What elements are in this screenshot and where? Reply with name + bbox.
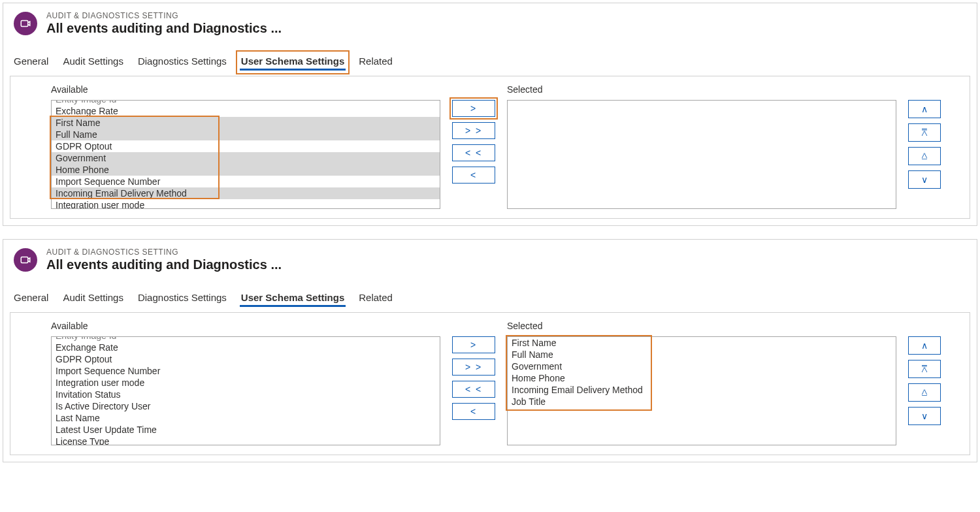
tab-bar: General Audit Settings Diagnostics Setti… — [3, 46, 977, 71]
breadcrumb: AUDIT & DIAGNOSTICS SETTING — [46, 248, 282, 257]
picker-frame: Available Entity Image IdExchange RateGD… — [10, 312, 970, 455]
page-title: All events auditing and Diagnostics ... — [46, 20, 282, 36]
breadcrumb: AUDIT & DIAGNOSTICS SETTING — [46, 11, 282, 20]
page-title: All events auditing and Diagnostics ... — [46, 257, 282, 272]
move-down-button[interactable]: ∨ — [908, 407, 941, 425]
list-item[interactable]: Import Sequence Number — [52, 176, 440, 187]
selected-label: Selected — [507, 84, 896, 95]
move-top-button[interactable]: ⩞ — [908, 360, 941, 378]
list-item[interactable]: First Name — [52, 117, 440, 129]
list-item[interactable]: Full Name — [52, 129, 440, 140]
tab-general[interactable]: General — [12, 53, 50, 71]
list-item[interactable]: Government — [52, 152, 440, 164]
available-label: Available — [51, 321, 440, 331]
remove-button[interactable]: < — [452, 167, 495, 184]
svg-rect-0 — [21, 21, 28, 27]
list-item[interactable]: Exchange Rate — [52, 105, 440, 117]
tab-general[interactable]: General — [12, 289, 50, 307]
move-bottom-button[interactable]: ⩟ — [908, 383, 941, 402]
selected-label: Selected — [507, 321, 896, 331]
selected-listbox[interactable]: First NameFull NameGovernmentHome PhoneI… — [507, 336, 896, 445]
tab-audit-settings[interactable]: Audit Settings — [61, 53, 125, 71]
tab-diagnostics-settings[interactable]: Diagnostics Settings — [137, 53, 228, 71]
list-item[interactable]: GDPR Optout — [52, 353, 440, 365]
move-up-button[interactable]: ∧ — [908, 100, 941, 118]
list-item[interactable]: Home Phone — [508, 372, 896, 384]
picker-frame: Available Entity Image IdExchange RateFi… — [10, 76, 970, 219]
move-top-button[interactable]: ⩞ — [908, 123, 941, 142]
list-item[interactable]: Exchange Rate — [52, 342, 440, 353]
remove-button[interactable]: < — [452, 403, 495, 420]
remove-all-button[interactable]: < < — [452, 144, 495, 161]
list-item[interactable]: Home Phone — [52, 164, 440, 176]
list-item[interactable]: Integration user mode — [52, 377, 440, 389]
list-item[interactable]: GDPR Optout — [52, 140, 440, 152]
list-item[interactable]: Is Active Directory User — [52, 400, 440, 412]
settings-panel-after: AUDIT & DIAGNOSTICS SETTING All events a… — [3, 239, 977, 462]
tab-user-schema-settings[interactable]: User Schema Settings — [240, 53, 346, 71]
list-item[interactable]: First Name — [508, 337, 896, 349]
list-item[interactable]: Last Name — [52, 412, 440, 424]
add-all-button[interactable]: > > — [452, 122, 495, 139]
tab-related[interactable]: Related — [357, 289, 394, 307]
tab-related[interactable]: Related — [357, 53, 394, 71]
selected-listbox[interactable] — [507, 100, 896, 209]
list-item[interactable]: Invitation Status — [52, 389, 440, 400]
available-label: Available — [51, 84, 440, 95]
tab-user-schema-settings[interactable]: User Schema Settings — [240, 289, 346, 307]
move-bottom-button[interactable]: ⩟ — [908, 147, 941, 165]
tab-diagnostics-settings[interactable]: Diagnostics Settings — [137, 289, 228, 307]
page-header: AUDIT & DIAGNOSTICS SETTING All events a… — [3, 6, 977, 39]
list-item[interactable]: Job Title — [508, 396, 896, 408]
list-item[interactable]: Full Name — [508, 349, 896, 360]
remove-all-button[interactable]: < < — [452, 381, 495, 398]
add-button[interactable]: > — [452, 336, 495, 353]
list-item[interactable]: Integration user mode — [52, 199, 440, 209]
entity-icon — [14, 248, 37, 272]
add-button[interactable]: > — [452, 100, 495, 117]
list-item[interactable]: Government — [508, 360, 896, 372]
list-item[interactable]: Entity Image Id — [52, 100, 440, 105]
page-header: AUDIT & DIAGNOSTICS SETTING All events a… — [3, 242, 977, 275]
list-item[interactable]: Incoming Email Delivery Method — [508, 384, 896, 396]
list-item[interactable]: Entity Image Id — [52, 336, 440, 342]
move-down-button[interactable]: ∨ — [908, 170, 941, 189]
tab-bar: General Audit Settings Diagnostics Setti… — [3, 283, 977, 307]
tab-audit-settings[interactable]: Audit Settings — [61, 289, 125, 307]
available-listbox[interactable]: Entity Image IdExchange RateFirst NameFu… — [51, 100, 440, 209]
add-all-button[interactable]: > > — [452, 359, 495, 376]
move-up-button[interactable]: ∧ — [908, 336, 941, 355]
list-item[interactable]: Latest User Update Time — [52, 424, 440, 436]
entity-icon — [14, 12, 37, 35]
list-item[interactable]: Incoming Email Delivery Method — [52, 187, 440, 199]
settings-panel-before: AUDIT & DIAGNOSTICS SETTING All events a… — [3, 3, 977, 226]
list-item[interactable]: Import Sequence Number — [52, 365, 440, 377]
available-listbox[interactable]: Entity Image IdExchange RateGDPR OptoutI… — [51, 336, 440, 445]
svg-rect-1 — [21, 257, 28, 263]
list-item[interactable]: License Type — [52, 436, 440, 445]
